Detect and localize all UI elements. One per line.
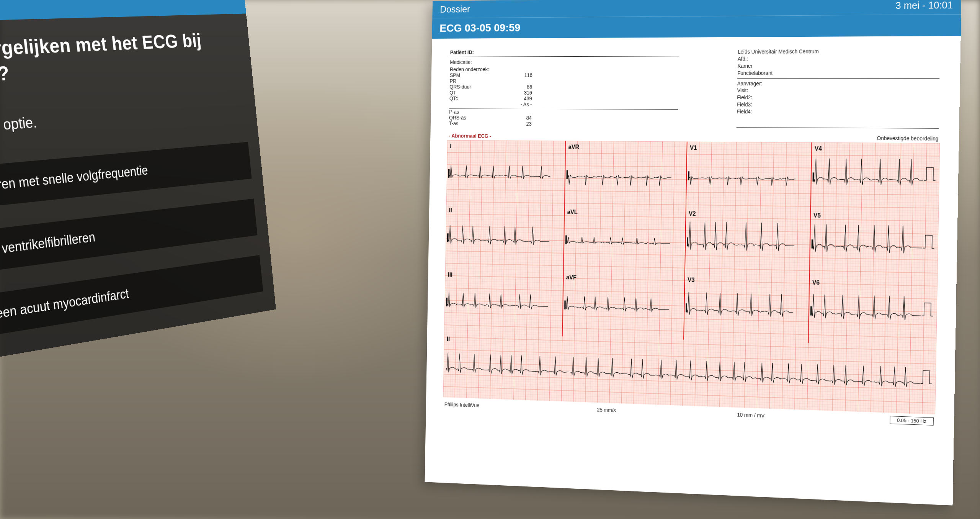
svg-text:aVR: aVR	[568, 144, 579, 150]
svg-text:aVF: aVF	[566, 274, 577, 280]
param-row: SPM116	[450, 72, 678, 78]
svg-rect-379	[813, 172, 814, 182]
ecg-gain: 10 mm / mV	[737, 411, 764, 418]
svg-rect-375	[567, 170, 568, 179]
param-row: QRS-duur86	[449, 84, 678, 90]
svg-text:III: III	[448, 272, 452, 278]
dossier-panel: Dossier 3 mei - 10:01 ECG 03-05 09:59 Pa…	[425, 0, 962, 506]
svg-rect-373	[448, 169, 450, 178]
question-title: en vergelijken met het ECG bij name?	[0, 28, 241, 89]
svg-rect-393	[686, 303, 687, 312]
medication-label: Medicatie:	[450, 59, 678, 65]
answer-options-list: brilleren met snelle volgfrequentie van …	[0, 142, 263, 337]
right-field: Kamer	[737, 62, 940, 70]
dossier-timestamp: 3 mei - 10:01	[895, 0, 953, 11]
ecg-status-right: Onbevestigde beoordeling	[877, 135, 938, 142]
ecg-status-left: - Abnormaal ECG -	[449, 133, 491, 139]
question-body: en vergelijken met het ECG bij name? e b…	[0, 13, 276, 362]
right-bottom-field: Field2:	[737, 94, 939, 102]
axis-row: T-as23	[449, 121, 678, 128]
svg-text:II: II	[447, 336, 450, 342]
svg-text:V2: V2	[689, 210, 696, 217]
question-card: en vergelijken met het ECG bij name? e b…	[0, 0, 292, 519]
svg-rect-387	[812, 239, 813, 249]
right-bottom-field: Field3:	[737, 101, 939, 109]
svg-rect-383	[565, 235, 567, 244]
svg-rect-389	[446, 298, 448, 306]
right-field: Afd.:	[738, 55, 940, 62]
ecg-meta-left: Patiënt ID: Medicatie: Reden onderzoek: …	[449, 49, 679, 128]
ecg-sheet: Patiënt ID: Medicatie: Reden onderzoek: …	[426, 36, 960, 434]
patient-id-label: Patiënt ID:	[450, 49, 679, 57]
ecg-meta-right: Leids Universitair Medisch Centrum Afd.:…	[737, 47, 940, 129]
svg-text:V6: V6	[812, 279, 820, 286]
ecg-filter: 0.05 - 150 Hz	[890, 416, 934, 426]
svg-rect-391	[564, 301, 566, 309]
ecg-device: Philips IntelliVue	[444, 401, 480, 408]
svg-rect-381	[447, 233, 449, 242]
right-field: Functielaborant	[737, 69, 940, 79]
answer-option-2[interactable]: n een acuut myocardinfarct	[0, 255, 263, 338]
svg-text:V5: V5	[813, 212, 821, 219]
right-bottom-field: Aanvrager:	[737, 80, 939, 87]
svg-text:II: II	[449, 207, 452, 214]
param-row: PR	[450, 78, 678, 84]
svg-rect-395	[810, 306, 812, 316]
institution: Leids Universitair Medisch Centrum	[738, 47, 940, 56]
dossier-header-label: Dossier	[440, 3, 470, 15]
ecg-speed: 25 mm/s	[597, 406, 616, 413]
right-bottom-field: Field4:	[737, 108, 939, 116]
svg-text:V3: V3	[688, 277, 695, 283]
axis-header: - As -	[449, 101, 678, 108]
ecg-meta: Patiënt ID: Medicatie: Reden onderzoek: …	[448, 47, 942, 133]
right-bottom-field: Visit:	[737, 87, 939, 94]
svg-rect-385	[687, 237, 688, 246]
answer-option-0[interactable]: brilleren met snelle volgfrequentie	[0, 142, 252, 209]
svg-text:aVL: aVL	[567, 209, 578, 215]
param-row: QTc439	[449, 95, 678, 102]
svg-rect-377	[688, 171, 689, 180]
param-row: QT316	[449, 90, 678, 96]
ecg-grid: IaVRV1V4IIaVLV2V5IIIaVFV3V6II	[443, 140, 940, 414]
question-title-line2: name?	[0, 61, 11, 87]
svg-text:I: I	[450, 143, 451, 149]
dossier-subtitle: ECG 03-05 09:59	[432, 14, 961, 39]
question-instruction: e beste optie.	[0, 100, 245, 137]
svg-text:V4: V4	[815, 145, 822, 152]
svg-text:V1: V1	[690, 144, 697, 151]
reason-label: Reden onderzoek:	[450, 66, 678, 72]
question-title-line1: en vergelijken met het ECG bij	[0, 29, 202, 61]
